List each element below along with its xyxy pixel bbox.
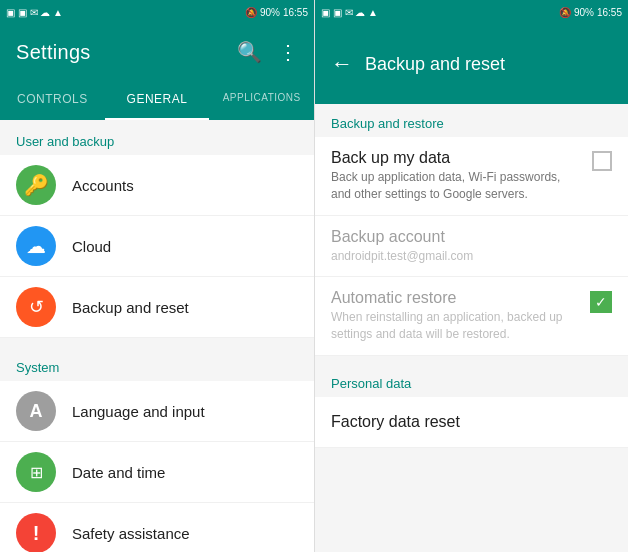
status-right-right: 🔕 90% 16:55 xyxy=(559,7,622,18)
backup-data-row: Back up my data Back up application data… xyxy=(331,149,612,203)
app-bar-left: Settings 🔍 ⋮ xyxy=(0,24,314,80)
cloud-icon: ☁ xyxy=(16,226,56,266)
tabs: CONTROLS GENERAL APPLICATIONS xyxy=(0,80,314,120)
auto-restore-subtitle: When reinstalling an application, backed… xyxy=(331,309,571,343)
backup-account-text: Backup account androidpit.test@gmail.com xyxy=(331,228,612,265)
auto-restore-item[interactable]: Automatic restore When reinstalling an a… xyxy=(315,277,628,356)
backup-section-label: Backup and restore xyxy=(315,104,628,137)
tab-applications[interactable]: APPLICATIONS xyxy=(209,80,314,120)
section-header-system: System xyxy=(0,346,314,381)
time-right: 16:55 xyxy=(597,7,622,18)
right-app-bar: ← Backup and reset xyxy=(315,24,628,104)
backup-data-title: Back up my data xyxy=(331,149,571,167)
mute-icon-right: 🔕 xyxy=(559,7,571,18)
date-label: Date and time xyxy=(72,464,165,481)
personal-data-label: Personal data xyxy=(315,364,628,397)
backup-reset-content: Backup and restore Back up my data Back … xyxy=(315,104,628,552)
backup-icon: ↺ xyxy=(16,287,56,327)
more-icon[interactable]: ⋮ xyxy=(278,40,298,64)
status-right-left: 🔕 90% 16:55 xyxy=(245,7,308,18)
right-page-title: Backup and reset xyxy=(365,54,505,75)
settings-list: User and backup 🔑 Accounts ☁ Cloud ↺ Bac… xyxy=(0,120,314,552)
safety-label: Safety assistance xyxy=(72,525,190,542)
safety-icon: ! xyxy=(16,513,56,552)
backup-label: Backup and reset xyxy=(72,299,189,316)
auto-restore-row: Automatic restore When reinstalling an a… xyxy=(331,289,612,343)
accounts-icon: 🔑 xyxy=(16,165,56,205)
list-item-safety[interactable]: ! Safety assistance xyxy=(0,503,314,552)
mute-icon: 🔕 xyxy=(245,7,257,18)
gap1 xyxy=(0,338,314,346)
search-icon[interactable]: 🔍 xyxy=(237,40,262,64)
app-title-left: Settings xyxy=(16,41,91,64)
list-item-language[interactable]: A Language and input xyxy=(0,381,314,442)
backup-account-subtitle: androidpit.test@gmail.com xyxy=(331,248,571,265)
backup-data-subtitle: Back up application data, Wi-Fi password… xyxy=(331,169,571,203)
user-section-card: 🔑 Accounts ☁ Cloud ↺ Backup and reset xyxy=(0,155,314,338)
status-bar-right: ▣ ▣ ✉ ☁ ▲ 🔕 90% 16:55 xyxy=(315,0,628,24)
auto-restore-checkbox[interactable]: ✓ xyxy=(590,291,612,313)
list-item-backup[interactable]: ↺ Backup and reset xyxy=(0,277,314,338)
backup-data-text: Back up my data Back up application data… xyxy=(331,149,571,203)
right-panel: ▣ ▣ ✉ ☁ ▲ 🔕 90% 16:55 ← Backup and reset… xyxy=(314,0,628,552)
time-left: 16:55 xyxy=(283,7,308,18)
language-icon: A xyxy=(16,391,56,431)
auto-restore-text: Automatic restore When reinstalling an a… xyxy=(331,289,571,343)
back-button[interactable]: ← xyxy=(331,51,353,77)
cloud-label: Cloud xyxy=(72,238,111,255)
battery-text-right: 90% xyxy=(574,7,594,18)
date-icon: ⊞ xyxy=(16,452,56,492)
tab-controls[interactable]: CONTROLS xyxy=(0,80,105,120)
factory-reset-title: Factory data reset xyxy=(331,413,612,431)
list-item-date[interactable]: ⊞ Date and time xyxy=(0,442,314,503)
accounts-label: Accounts xyxy=(72,177,134,194)
system-section-card: A Language and input ⊞ Date and time ! S… xyxy=(0,381,314,552)
backup-data-checkbox[interactable] xyxy=(592,151,612,171)
language-label: Language and input xyxy=(72,403,205,420)
status-icons-left: ▣ ▣ ✉ ☁ ▲ xyxy=(6,7,63,18)
app-bar-icons: 🔍 ⋮ xyxy=(237,40,298,64)
auto-restore-title: Automatic restore xyxy=(331,289,571,307)
tab-general[interactable]: GENERAL xyxy=(105,80,210,120)
personal-data-section: Personal data Factory data reset xyxy=(315,364,628,448)
status-icons-right: ▣ ▣ ✉ ☁ ▲ xyxy=(321,7,378,18)
list-item-cloud[interactable]: ☁ Cloud xyxy=(0,216,314,277)
list-item-accounts[interactable]: 🔑 Accounts xyxy=(0,155,314,216)
backup-card: Back up my data Back up application data… xyxy=(315,137,628,356)
signal-icon: ▣ ▣ ✉ ☁ ▲ xyxy=(6,7,63,18)
backup-account-item[interactable]: Backup account androidpit.test@gmail.com xyxy=(315,216,628,278)
factory-reset-item[interactable]: Factory data reset xyxy=(315,397,628,448)
signal-icon-right: ▣ ▣ ✉ ☁ ▲ xyxy=(321,7,378,18)
section-header-user: User and backup xyxy=(0,120,314,155)
checkmark-icon: ✓ xyxy=(595,294,607,310)
left-panel: ▣ ▣ ✉ ☁ ▲ 🔕 90% 16:55 Settings 🔍 ⋮ CONTR… xyxy=(0,0,314,552)
status-bar-left: ▣ ▣ ✉ ☁ ▲ 🔕 90% 16:55 xyxy=(0,0,314,24)
battery-text: 90% xyxy=(260,7,280,18)
backup-account-title: Backup account xyxy=(331,228,612,246)
backup-my-data-item[interactable]: Back up my data Back up application data… xyxy=(315,137,628,216)
